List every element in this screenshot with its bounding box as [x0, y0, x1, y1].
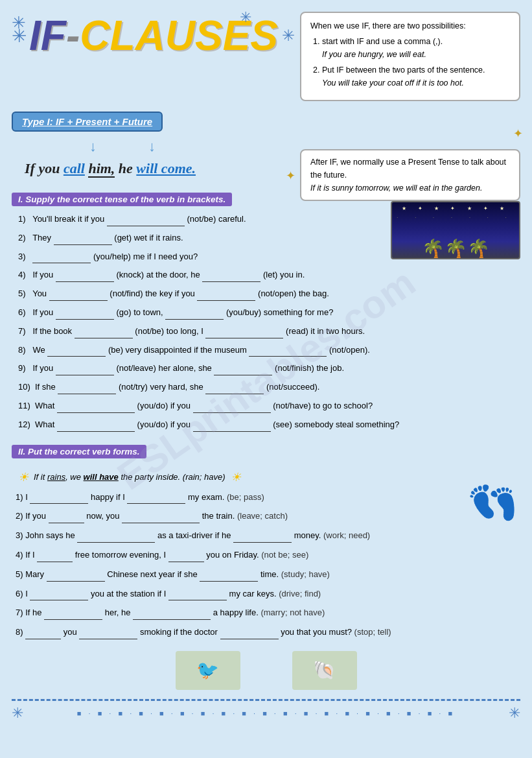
- stars-decoration: ★ ✦ ★ ✦ ★ ✦ ★: [392, 206, 519, 211]
- blank2-1-1: [30, 495, 88, 504]
- info-box-possibilities: When we use IF, there are two possibilit…: [300, 12, 520, 101]
- blank-10-2: [205, 385, 264, 394]
- ex2-item-5: 5) Mary Chinese next year if she time. (…: [16, 568, 520, 582]
- blank2-4-1: [37, 553, 73, 562]
- ex2-item-1: 1) I happy if I my exam. (be; pass): [16, 491, 520, 504]
- blank2-5-2: [200, 573, 258, 582]
- blank-11-1: [57, 404, 135, 413]
- blank-12-1: [57, 423, 135, 432]
- blank2-4-2: [168, 553, 204, 562]
- blank-7-1: [75, 329, 133, 338]
- exercise-list-2: 1) I happy if I my exam. (be; pass) 2) I…: [16, 491, 520, 639]
- exercise-item-11: 11) What (you/do) if you (not/have) to g…: [18, 399, 520, 413]
- exercise-item-8: 8) We (be) very disappointed if the muse…: [18, 344, 520, 357]
- ex2-item-3: 3) John says he as a taxi-driver if he m…: [16, 529, 520, 543]
- type-label: Type I: IF + Present + Future: [12, 112, 163, 132]
- bottom-border: ✳ ■ · ■ · ■ · ■ · ■ · ■ · ■ · ■ · ■ · ■ …: [12, 699, 520, 726]
- info-point-1: start with IF and use a comma (,). If yo…: [322, 35, 510, 61]
- blank-9-2: [214, 366, 272, 375]
- blank-6-1: [56, 311, 114, 320]
- info-point-2: Put IF between the two parts of the sent…: [322, 64, 510, 89]
- ex2-item-4: 4) If I free tomorrow evening, I you on …: [16, 549, 520, 562]
- blank-3-1: [32, 254, 91, 263]
- title-if: IF: [29, 12, 66, 60]
- blank2-2-2: [122, 514, 200, 523]
- star-decoration-tc: ✳: [240, 9, 251, 26]
- blank-8-2: [249, 348, 327, 357]
- blank2-2-1: [49, 514, 84, 523]
- star-mid-right: ✦: [513, 126, 523, 141]
- blank-8-1: [47, 348, 106, 357]
- exercise-item-7: 7) If the book (not/be) too long, I (rea…: [18, 325, 520, 338]
- title-dash: -: [66, 12, 80, 60]
- bird-illustration-1: 🐦: [176, 651, 240, 690]
- exercise-item-4: 4) If you (knock) at the door, he (let) …: [18, 268, 520, 282]
- blank2-8-1: [25, 630, 61, 639]
- dots-decoration: ■ · ■ · ■ · ■ · ■ · ■ · ■ · ■ · ■ · ■ · …: [77, 709, 455, 717]
- star-bottom-left: ✳: [12, 705, 23, 722]
- blank-2-1: [54, 236, 112, 245]
- blank2-6-2: [168, 591, 227, 600]
- blank-9-1: [56, 366, 114, 375]
- section2-container: II. Put the correct verb forms. ☀ If it …: [12, 438, 520, 639]
- section2-header: II. Put the correct verb forms.: [12, 445, 146, 458]
- section2-example-row: ☀ If it rains, we will have the party in…: [18, 470, 520, 484]
- exercise-item-12: 12) What (you/do) if you (see) somebody …: [18, 418, 520, 432]
- blank-6-2: [165, 311, 224, 320]
- sun-icon-left: ☀: [18, 470, 29, 484]
- blank-4-1: [56, 273, 114, 282]
- blank-5-2: [197, 292, 255, 301]
- star-decoration-tl: ✳: [12, 13, 26, 33]
- blank2-3-2: [233, 534, 292, 543]
- blank2-7-1: [44, 611, 102, 620]
- arrow-1: ↓: [89, 138, 97, 155]
- ex2-item-2: 2) If you now, you the train. (leave; ca…: [16, 510, 520, 523]
- star-mid-top: ✦: [286, 169, 295, 183]
- sun-icon-right: ☀: [231, 470, 241, 484]
- blank-1-1: [107, 217, 185, 226]
- blank-12-2: [193, 423, 271, 432]
- trees-decoration: 🌴🌴🌴: [392, 240, 519, 258]
- info-list: start with IF and use a comma (,). If yo…: [322, 35, 510, 89]
- bottom-illustrations: 🐦 🐚: [12, 651, 520, 690]
- blank2-7-2: [133, 611, 211, 620]
- night-scene-image: ★ ✦ ★ ✦ ★ ✦ ★ . . . . . . . 🌴🌴🌴: [391, 201, 520, 259]
- blank-4-2: [202, 273, 260, 282]
- blank-11-2: [193, 404, 271, 413]
- arrow-2: ↓: [148, 138, 156, 155]
- blank-5-1: [49, 292, 108, 301]
- after-if-box: After IF, we normally use a Present Tens…: [300, 149, 520, 201]
- ex2-item-6: 6) I you at the station if I my car keys…: [16, 587, 520, 601]
- info-intro: When we use IF, there are two possibilit…: [310, 19, 510, 32]
- blank2-8-2: [79, 630, 137, 639]
- exercise-item-9: 9) If you (not/leave) her alone, she (no…: [18, 362, 520, 375]
- blank2-6-1: [30, 591, 88, 600]
- star-bottom-right: ✳: [509, 705, 520, 722]
- blank2-8-3: [220, 630, 279, 639]
- section1-header: I. Supply the correct tense of the verb …: [12, 193, 232, 206]
- blank-7-2: [205, 329, 283, 338]
- bird-illustration-2: 🐚: [292, 651, 357, 690]
- blank2-5-1: [47, 573, 105, 582]
- section2-example-text: If it rains, we will have the party insi…: [34, 472, 226, 482]
- blank2-3-1: [77, 534, 155, 543]
- ex2-item-8: 8) you smoking if the doctor you that yo…: [16, 626, 520, 639]
- exercise-item-6: 6) If you (go) to town, (you/buy) someth…: [18, 306, 520, 320]
- snowflake-right: ✳: [282, 27, 295, 45]
- exercise-item-5: 5) You (not/find) the key if you (not/op…: [18, 287, 520, 301]
- blank2-1-2: [127, 495, 185, 504]
- blank-10-1: [58, 385, 116, 394]
- exercise-item-10: 10) If she (not/try) very hard, she (not…: [18, 381, 520, 394]
- ex2-item-7: 7) If he her, he a happy life. (marry; n…: [16, 606, 520, 620]
